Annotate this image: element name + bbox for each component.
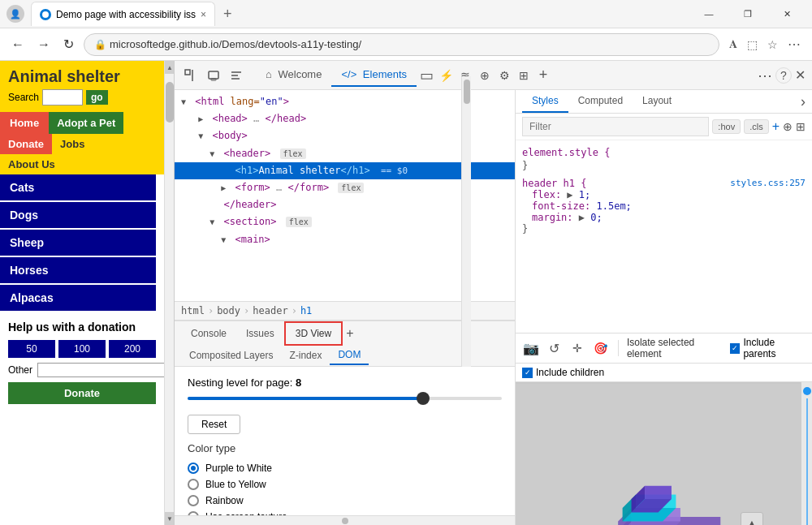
3d-bottom-scrollbar[interactable]	[175, 515, 515, 525]
animal-alpacas[interactable]: Alpacas	[0, 285, 156, 311]
amount-200[interactable]: 200	[109, 340, 156, 358]
tab-elements[interactable]: </> Elements	[331, 63, 417, 87]
add-style-icon[interactable]: +	[772, 119, 780, 134]
tree-toggle-form[interactable]	[221, 182, 229, 195]
tree-toggle-main[interactable]	[221, 234, 229, 247]
profile-avatar[interactable]: 👤	[6, 5, 24, 23]
other-input[interactable]	[37, 363, 175, 377]
tab-computed[interactable]: Computed	[568, 90, 633, 113]
donate-button[interactable]: Donate	[8, 382, 156, 404]
tab-issues[interactable]: Issues	[236, 323, 284, 344]
inspect-tool-icon[interactable]	[181, 66, 201, 85]
nesting-slider[interactable]	[188, 390, 502, 407]
tree-toggle-header[interactable]	[209, 148, 218, 161]
include-children-checkbox[interactable]: ✓ Include children	[522, 367, 806, 378]
elements-scroll-thumb[interactable]	[464, 90, 470, 104]
amount-50[interactable]: 50	[8, 340, 55, 358]
tab-dom[interactable]: DOM	[330, 346, 369, 365]
color-purple-white[interactable]: Purple to White	[188, 463, 502, 474]
minimize-button[interactable]: —	[690, 2, 728, 26]
color-rainbow[interactable]: Rainbow	[188, 495, 502, 506]
tree-toggle-head[interactable]	[198, 113, 206, 126]
amount-100[interactable]: 100	[58, 340, 106, 358]
cls-button[interactable]: .cls	[744, 119, 769, 134]
animal-horses[interactable]: Horses	[0, 257, 156, 283]
include-parents-checkbox[interactable]: ✓ Include parents	[730, 337, 806, 359]
nav-adopt[interactable]: Adopt a Pet	[49, 112, 123, 134]
tree-toggle-section[interactable]	[209, 216, 218, 229]
breadcrumb-html[interactable]: html	[181, 305, 205, 316]
add-tab-icon[interactable]: +	[533, 66, 553, 85]
active-tab[interactable]: Demo page with accessibility iss ×	[31, 2, 215, 26]
forward-button[interactable]: →	[34, 34, 54, 55]
nav-about[interactable]: About Us	[0, 154, 156, 174]
devtools-help-icon[interactable]: ?	[775, 67, 792, 84]
performance-tab-icon[interactable]: ⚡	[436, 66, 456, 85]
3d-scene-canvas[interactable]: ▲ ◀ ▶ ▼	[516, 382, 801, 525]
collections-button[interactable]: ⬚	[744, 33, 761, 55]
back-button[interactable]: ←	[8, 34, 28, 55]
add-panel-button[interactable]: +	[346, 326, 353, 341]
scroll-up-arrow[interactable]: ▲	[165, 61, 175, 74]
tab-close-icon[interactable]: ×	[201, 9, 206, 20]
nav-up-arrow[interactable]: ▲	[741, 512, 763, 525]
style-filter-input[interactable]	[522, 117, 709, 136]
devtools-close-icon[interactable]: ✕	[795, 67, 806, 83]
tab-styles[interactable]: Styles	[522, 90, 568, 113]
search-go-button[interactable]: go	[86, 90, 108, 105]
radio-purple-white-circle	[188, 463, 199, 474]
tree-toggle-html[interactable]	[181, 96, 189, 109]
security-tab-icon[interactable]: ⊕	[475, 66, 495, 85]
tab-zindex[interactable]: Z-index	[281, 346, 330, 364]
application-tab-icon[interactable]: ⊞	[514, 66, 533, 85]
refresh-button[interactable]: ↻	[60, 33, 77, 55]
restore-button[interactable]: ❐	[729, 2, 767, 26]
style-icon-1[interactable]: ⊕	[783, 120, 793, 133]
nav-donate[interactable]: Donate	[0, 134, 52, 154]
animal-cats[interactable]: Cats	[0, 174, 156, 200]
elements-panel: <html lang="en"> <head> … </head> <body>	[175, 90, 516, 525]
rotate-icon[interactable]: ↺	[545, 338, 563, 358]
devtools-more-icon[interactable]: ⋯	[758, 67, 772, 84]
animal-sheep[interactable]: Sheep	[0, 230, 156, 256]
style-icon-2[interactable]: ⊞	[796, 120, 806, 133]
slider-thumb[interactable]	[417, 392, 430, 405]
scroll-thumb[interactable]	[166, 82, 174, 123]
network-tab-icon[interactable]: ▭	[417, 66, 436, 85]
tab-layout[interactable]: Layout	[633, 90, 681, 113]
tree-toggle-body[interactable]	[198, 130, 206, 143]
more-button[interactable]: ⋯	[784, 33, 804, 55]
nav-home[interactable]: Home	[0, 112, 49, 134]
breadcrumb-h1[interactable]: h1	[300, 305, 312, 316]
animal-dogs[interactable]: Dogs	[0, 202, 156, 228]
tab-welcome[interactable]: ⌂ Welcome	[256, 63, 331, 87]
color-blue-yellow[interactable]: Blue to Yellow	[188, 479, 502, 490]
webpage-scrollbar[interactable]: ▲ ▼	[164, 61, 174, 525]
nav-jobs[interactable]: Jobs	[52, 134, 93, 154]
new-tab-button[interactable]: +	[218, 6, 237, 23]
hov-button[interactable]: :hov	[712, 119, 741, 134]
tab-console[interactable]: Console	[181, 323, 236, 344]
address-input[interactable]: 🔒 microsoftedge.github.io/Demos/devtools…	[84, 33, 719, 56]
focus-icon[interactable]: 🎯	[591, 338, 609, 358]
pan-icon[interactable]: ✛	[568, 338, 586, 358]
tab-composited[interactable]: Composited Layers	[181, 346, 281, 364]
camera-icon[interactable]: 📷	[522, 338, 540, 358]
viewport-vertical-scrollbar[interactable]	[801, 382, 812, 525]
breadcrumb-header[interactable]: header	[253, 305, 287, 316]
style-more-icon[interactable]: ›	[801, 93, 806, 110]
home-icon: ⌂	[266, 68, 272, 80]
elements-scrollbar[interactable]	[461, 90, 471, 367]
elements-tool-icon[interactable]	[227, 66, 246, 85]
tab-3d-view[interactable]: 3D View	[284, 321, 343, 346]
search-input[interactable]	[42, 89, 83, 105]
device-tool-icon[interactable]	[204, 66, 223, 85]
style-source-link[interactable]: styles.css:257	[730, 178, 806, 188]
close-button[interactable]: ✕	[768, 2, 806, 26]
scroll-down-arrow[interactable]: ▼	[165, 512, 175, 525]
reset-button[interactable]: Reset	[188, 415, 240, 434]
favorites-button[interactable]: ☆	[764, 33, 781, 55]
read-aloud-button[interactable]: 𝐀	[726, 33, 741, 55]
settings-tab-icon[interactable]: ⚙	[495, 66, 514, 85]
breadcrumb-body[interactable]: body	[217, 305, 240, 316]
